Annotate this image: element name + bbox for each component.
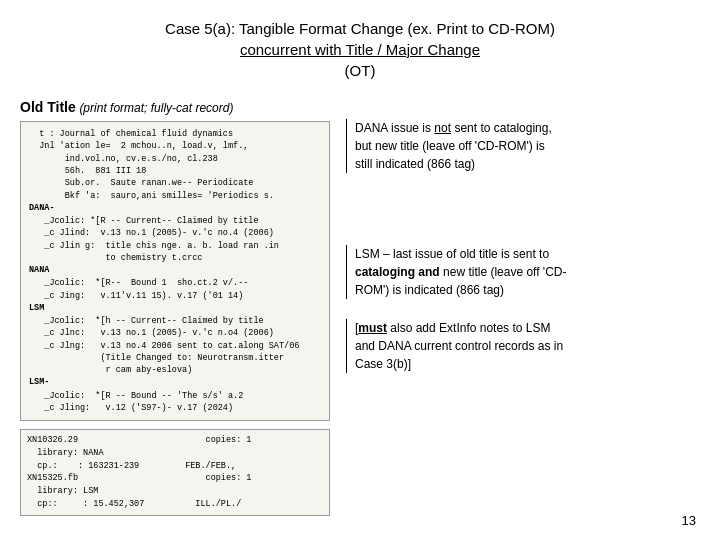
- title-line1: Case 5(a): Tangible Format Change (ex. P…: [0, 18, 720, 39]
- section-nana: NANA: [29, 265, 49, 275]
- info-extra-line1: [must also add ExtInfo notes to LSM: [355, 319, 700, 337]
- old-title-label: Old Title (print format; fully-cat recor…: [20, 99, 330, 115]
- record-box: t : Journal of chemical fluid dynamics J…: [20, 121, 330, 421]
- section-dana: DANA-: [29, 203, 55, 213]
- holdings-line-3: cp.: : 163231-239 FEB./FEB.,: [27, 460, 323, 473]
- info-bottom-bold: cataloging: [355, 265, 415, 279]
- record-line-7: _c Jlind: v.13 no.1 (2005)- v.'c no.4 (2…: [29, 227, 321, 239]
- info-top-line3: still indicated (866 tag): [355, 155, 700, 173]
- section-lsm2: LSM-: [29, 377, 49, 387]
- record-line-14: _c Jlng: v.13 no.4 2006 sent to cat.alon…: [29, 340, 321, 352]
- record-line-17: _Jcolic: *[R -- Bound -- 'The s/s' a.2: [29, 390, 321, 402]
- info-top-line1: DANA issue is not sent to cataloging,: [355, 119, 700, 137]
- right-column: DANA issue is not sent to cataloging, bu…: [346, 99, 700, 516]
- title-line2: concurrent with Title / Major Change: [0, 39, 720, 60]
- info-bottom-line3: ROM') is indicated (866 tag): [355, 281, 700, 299]
- page-number: 13: [682, 513, 696, 528]
- record-line-6: _Jcolic: *[R -- Current-- Claimed by tit…: [29, 215, 321, 227]
- record-line-1: Jnl 'ation le= 2 mchou..n, load.v, lmf.,: [29, 140, 321, 152]
- info-bottom-and: and: [418, 265, 439, 279]
- record-line-15: (Title Changed to: Neurotransm.itter: [29, 352, 321, 364]
- record-line-13: _c Jlnc: v.13 no.1 (2005)- v.'c n.o4 (20…: [29, 327, 321, 339]
- info-box-top: DANA issue is not sent to cataloging, bu…: [346, 119, 700, 173]
- info-top-line2: but new title (leave off 'CD-ROM') is: [355, 137, 700, 155]
- holdings-line-1: XN10326.29 copies: 1: [27, 434, 323, 447]
- record-line-10: _Jcolic: *[R-- Bound 1 sho.ct.2 v/.--: [29, 277, 321, 289]
- title-line3: (OT): [0, 60, 720, 81]
- info-box-extra: [must also add ExtInfo notes to LSM and …: [346, 319, 700, 373]
- record-line-9: to chemistry t.crcc: [29, 252, 321, 264]
- left-column: Old Title (print format; fully-cat recor…: [20, 99, 330, 516]
- record-line-0: t : Journal of chemical fluid dynamics: [29, 128, 321, 140]
- holdings-line-5: library: LSM: [27, 485, 323, 498]
- section-lsm: LSM: [29, 303, 44, 313]
- record-line-18: _c Jling: v.12 ('S97-)- v.17 (2024): [29, 402, 321, 414]
- record-line-8: _c Jlin g: title chis nge. a. b. load ra…: [29, 240, 321, 252]
- info-extra-line3: Case 3(b)]: [355, 355, 700, 373]
- info-top-not: not: [434, 121, 451, 135]
- record-line-16: r cam aby-eslova): [29, 364, 321, 376]
- info-box-bottom: LSM – last issue of old title is sent to…: [346, 245, 700, 299]
- info-extra-must: must: [358, 321, 387, 335]
- holdings-line-2: library: NANA: [27, 447, 323, 460]
- info-bottom-line2: cataloging and new title (leave off 'CD-: [355, 263, 700, 281]
- info-bottom-line1: LSM – last issue of old title is sent to: [355, 245, 700, 263]
- record-line-5: Bkf 'a: sauro,ani smilles= 'Periodics s.: [29, 190, 321, 202]
- old-title-desc: (print format; fully-cat record): [79, 101, 233, 115]
- record-line-4: Sub.or. Saute ranan.we-- Periodicate: [29, 177, 321, 189]
- info-extra-line2: and DANA current control records as in: [355, 337, 700, 355]
- page-title: Case 5(a): Tangible Format Change (ex. P…: [0, 18, 720, 81]
- holdings-line-6: cp:: : 15.452,307 ILL./PL./: [27, 498, 323, 511]
- content-area: Old Title (print format; fully-cat recor…: [0, 99, 720, 516]
- record-line-12: _Jcolic: *[h -- Current-- Claimed by tit…: [29, 315, 321, 327]
- old-title-bold: Old Title: [20, 99, 76, 115]
- record-line-3: 56h. 881 III 18: [29, 165, 321, 177]
- holdings-line-4: XN15325.fb copies: 1: [27, 472, 323, 485]
- holdings-box: XN10326.29 copies: 1 library: NANA cp.: …: [20, 429, 330, 516]
- record-line-2: ind.vol.no, cv.e.s./no, cl.238: [29, 153, 321, 165]
- record-line-11: _c Jing: v.11'v.11 15). v.17 ('01 14): [29, 290, 321, 302]
